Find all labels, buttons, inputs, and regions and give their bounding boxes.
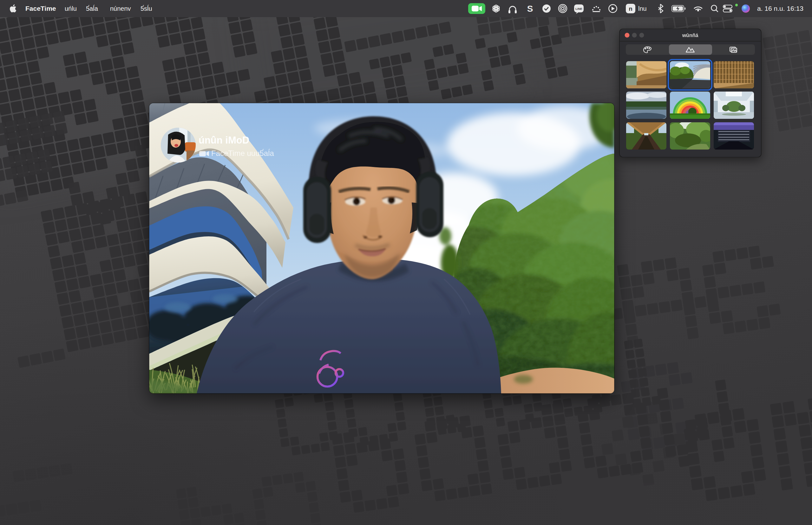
svg-text:a. 16 n.u. 16:13: a. 16 n.u. 16:13 <box>757 5 803 12</box>
svg-text:LINE: LINE <box>575 7 582 11</box>
svg-text:5́sĺu: 5́sĺu <box>141 5 152 12</box>
svg-text:uńlu: uńlu <box>65 5 77 12</box>
svg-text:FaceTime: FaceTime <box>25 5 56 12</box>
svg-text:5́aĺa: 5́aĺa <box>86 5 98 12</box>
svg-text:S: S <box>527 4 533 14</box>
svg-text:núnenv: núnenv <box>110 5 131 12</box>
svg-text:wûnñá: wûnñá <box>682 33 698 38</box>
svg-text:FaceTime uuu5́aĺa: FaceTime uuu5́aĺa <box>211 149 274 158</box>
svg-text:lnu: lnu <box>638 5 647 12</box>
svg-text:n: n <box>629 5 633 12</box>
svg-text:únûn iMoD: únûn iMoD <box>199 135 249 146</box>
